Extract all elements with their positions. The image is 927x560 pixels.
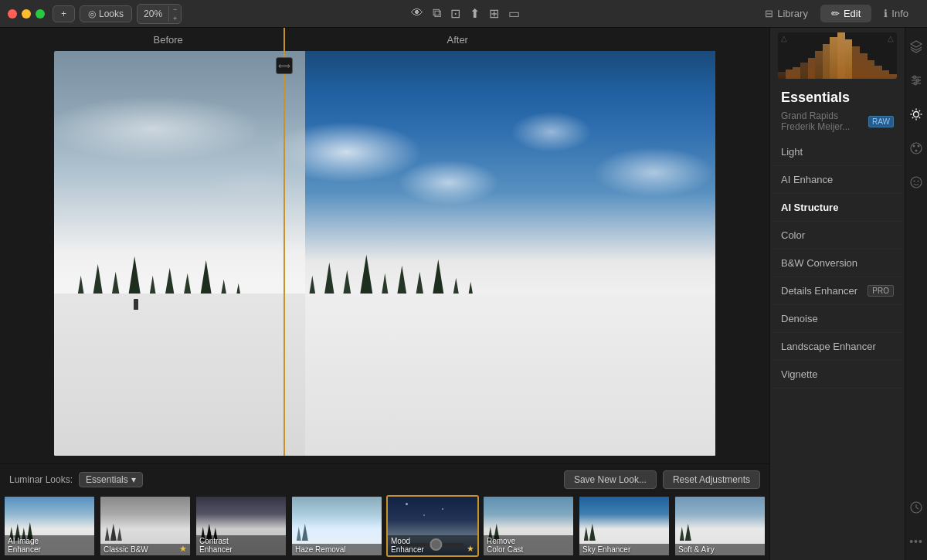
- sky-label: Sky Enhancer: [579, 544, 669, 555]
- svg-point-15: [911, 143, 922, 154]
- looks-label: Looks: [99, 8, 124, 19]
- filmstrip-label: Luminar Looks:: [9, 474, 73, 485]
- filmstrip-preset-label: Essentials: [86, 474, 128, 485]
- sliders-icon[interactable]: [905, 70, 927, 91]
- photo-container: ⟺: [54, 51, 715, 456]
- svg-point-17: [918, 145, 920, 148]
- zoom-increase[interactable]: +: [169, 14, 181, 23]
- panel-subtitle-text: Grand Rapids Frederik Meijer...: [781, 110, 864, 132]
- close-button[interactable]: [8, 9, 17, 19]
- svg-line-24: [916, 507, 919, 509]
- looks-icon: ◎: [88, 8, 96, 19]
- panel-items: Light AI Enhance AI Structure Color B&W …: [770, 138, 905, 560]
- grid-icon[interactable]: ⊞: [489, 6, 499, 21]
- minimize-button[interactable]: [22, 9, 31, 19]
- svg-line-12: [919, 117, 920, 118]
- svg-point-19: [911, 177, 922, 188]
- traffic-lights: [8, 9, 45, 19]
- looks-button[interactable]: ◎ Looks: [80, 5, 132, 22]
- thumbnail-mood[interactable]: MoodEnhancer ★: [386, 495, 479, 557]
- center-area: Before After: [0, 28, 769, 560]
- palette-icon[interactable]: [905, 137, 927, 159]
- after-label: After: [447, 34, 468, 46]
- tab-info-label: Info: [891, 8, 908, 19]
- more-options-icon[interactable]: •••: [905, 531, 927, 552]
- fullscreen-button[interactable]: [36, 9, 45, 19]
- thumbnail-ai-image[interactable]: AI ImageEnhancer: [3, 495, 96, 557]
- svg-point-1: [913, 76, 916, 79]
- main-layout: Before After: [0, 28, 927, 560]
- ai-image-label: AI ImageEnhancer: [5, 535, 94, 555]
- panel-item-bw[interactable]: B&W Conversion: [770, 249, 905, 277]
- svg-point-16: [913, 145, 915, 148]
- svg-point-18: [915, 150, 918, 152]
- photo-after: [305, 51, 715, 456]
- split-handle[interactable]: ⟺: [276, 57, 293, 74]
- chevron-down-icon: ▾: [131, 474, 136, 485]
- vignette-label: Vignette: [781, 368, 817, 380]
- view-icon[interactable]: ▭: [508, 6, 520, 21]
- panel-item-ai-structure[interactable]: AI Structure: [770, 194, 905, 222]
- filmstrip-dropdown[interactable]: Essentials ▾: [79, 472, 143, 487]
- tab-library-label: Library: [777, 8, 808, 19]
- panel-item-vignette[interactable]: Vignette: [770, 361, 905, 389]
- panel-item-light[interactable]: Light: [770, 138, 905, 166]
- pro-badge-details: PRO: [868, 285, 894, 297]
- tab-library[interactable]: ⊟ Library: [754, 5, 819, 22]
- share-icon[interactable]: ⬆: [470, 6, 480, 21]
- soft-label: Soft & Airy: [675, 544, 765, 555]
- thumbnail-haze[interactable]: Haze Removal: [290, 495, 383, 557]
- svg-line-13: [919, 110, 920, 111]
- figure: [134, 299, 138, 310]
- filmstrip: Luminar Looks: Essentials ▾ Save New Loo…: [0, 463, 769, 560]
- right-panel: △ △ Essentials: [769, 28, 905, 560]
- contrast-label: ContrastEnhancer: [196, 535, 286, 555]
- crop-icon[interactable]: ⊡: [450, 6, 460, 21]
- before-label: Before: [154, 34, 183, 46]
- sun-icon[interactable]: [905, 104, 927, 125]
- panel-item-ai-enhance[interactable]: AI Enhance: [770, 166, 905, 194]
- thumbnail-sky[interactable]: Sky Enhancer: [578, 495, 671, 557]
- mood-label: MoodEnhancer: [388, 535, 477, 555]
- thumbnail-contrast[interactable]: ContrastEnhancer: [195, 495, 287, 557]
- classic-bw-star: ★: [179, 544, 187, 554]
- add-tab-button[interactable]: +: [53, 5, 75, 22]
- haze-label: Haze Removal: [292, 544, 382, 555]
- compare-icon[interactable]: ⧉: [433, 6, 441, 21]
- ai-enhance-label: AI Enhance: [781, 174, 833, 185]
- library-icon: ⊟: [765, 8, 773, 19]
- thumbnail-classic-bw[interactable]: Classic B&W ★: [99, 495, 192, 557]
- filmstrip-header: Luminar Looks: Essentials ▾ Save New Loo…: [0, 464, 769, 495]
- layers-icon[interactable]: [905, 36, 927, 57]
- svg-line-14: [912, 117, 913, 118]
- zoom-decrease[interactable]: −: [169, 5, 181, 14]
- panel-item-landscape[interactable]: Landscape Enhancer: [770, 333, 905, 361]
- reset-adjustments-button[interactable]: Reset Adjustments: [663, 470, 760, 489]
- bw-label: B&W Conversion: [781, 257, 857, 269]
- eye-icon[interactable]: 👁: [411, 6, 423, 21]
- face-icon[interactable]: [905, 171, 927, 193]
- details-label: Details Enhancer: [781, 285, 857, 297]
- snow-after: [305, 294, 715, 456]
- thumbnail-soft[interactable]: Soft & Airy: [674, 495, 766, 557]
- panel-item-color[interactable]: Color: [770, 222, 905, 249]
- edit-icon: ✏: [831, 8, 840, 19]
- thumbnail-remove[interactable]: RemoveColor Cast: [482, 495, 575, 557]
- split-divider[interactable]: ⟺: [284, 51, 285, 456]
- svg-point-21: [918, 181, 919, 182]
- tab-edit[interactable]: ✏ Edit: [820, 5, 871, 22]
- landscape-label: Landscape Enhancer: [781, 341, 876, 352]
- plus-icon: +: [61, 8, 66, 19]
- tab-info[interactable]: ℹ Info: [873, 5, 919, 22]
- clock-icon[interactable]: [905, 497, 927, 518]
- panel-subtitle: Grand Rapids Frederik Meijer... RAW: [770, 109, 905, 138]
- svg-point-3: [916, 79, 919, 82]
- mood-star: ★: [467, 544, 474, 554]
- zoom-control[interactable]: 20% − +: [137, 4, 182, 24]
- svg-point-5: [914, 82, 917, 85]
- image-canvas[interactable]: ⟺: [8, 51, 762, 463]
- zoom-arrows: − +: [169, 5, 181, 23]
- panel-item-denoise[interactable]: Denoise: [770, 305, 905, 333]
- save-look-button[interactable]: Save New Look...: [564, 470, 657, 489]
- panel-item-details[interactable]: Details Enhancer PRO: [770, 277, 905, 305]
